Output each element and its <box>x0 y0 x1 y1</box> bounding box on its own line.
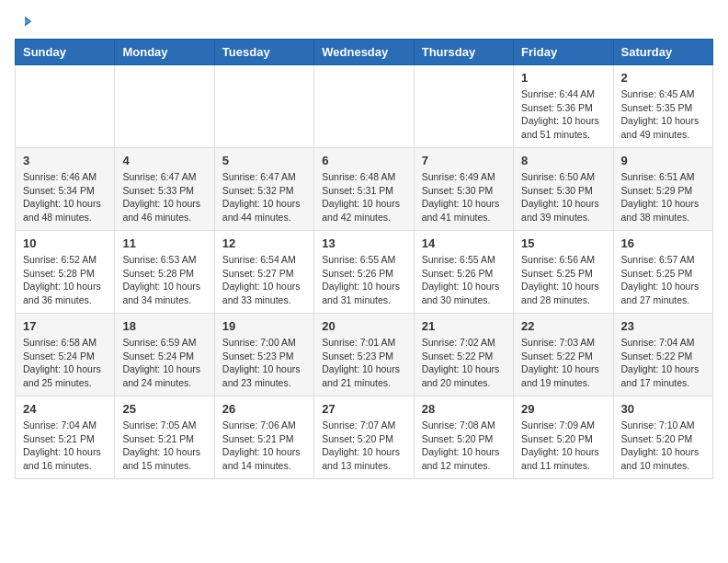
calendar-cell <box>214 65 313 148</box>
day-number: 5 <box>222 154 306 167</box>
calendar-week-2: 3Sunrise: 6:46 AMSunset: 5:34 PMDaylight… <box>16 148 713 231</box>
day-number: 4 <box>122 154 206 167</box>
day-number: 27 <box>322 402 405 416</box>
day-info: Sunrise: 7:02 AMSunset: 5:22 PMDaylight:… <box>422 336 506 390</box>
day-number: 6 <box>322 154 405 167</box>
header-sunday: Sunday <box>16 40 115 65</box>
calendar-cell: 15Sunrise: 6:56 AMSunset: 5:25 PMDayligh… <box>514 231 613 314</box>
calendar-cell: 3Sunrise: 6:46 AMSunset: 5:34 PMDaylight… <box>16 148 115 231</box>
day-number: 14 <box>422 236 506 250</box>
header-saturday: Saturday <box>613 40 712 65</box>
day-info: Sunrise: 6:53 AMSunset: 5:28 PMDaylight:… <box>122 253 206 307</box>
day-number: 24 <box>23 402 107 416</box>
calendar-cell: 16Sunrise: 6:57 AMSunset: 5:25 PMDayligh… <box>613 231 712 314</box>
day-info: Sunrise: 6:55 AMSunset: 5:26 PMDaylight:… <box>422 253 506 307</box>
day-info: Sunrise: 6:50 AMSunset: 5:30 PMDaylight:… <box>521 170 605 224</box>
day-info: Sunrise: 7:03 AMSunset: 5:22 PMDaylight:… <box>521 336 605 390</box>
calendar-cell: 28Sunrise: 7:08 AMSunset: 5:20 PMDayligh… <box>414 396 513 479</box>
day-number: 7 <box>422 154 506 167</box>
calendar-cell: 8Sunrise: 6:50 AMSunset: 5:30 PMDaylight… <box>514 148 613 231</box>
day-number: 18 <box>122 319 206 333</box>
day-info: Sunrise: 6:55 AMSunset: 5:26 PMDaylight:… <box>322 253 405 307</box>
calendar-cell: 25Sunrise: 7:05 AMSunset: 5:21 PMDayligh… <box>115 396 214 479</box>
calendar-header-row: SundayMondayTuesdayWednesdayThursdayFrid… <box>16 40 713 65</box>
calendar-cell: 4Sunrise: 6:47 AMSunset: 5:33 PMDaylight… <box>115 148 214 231</box>
logo <box>15 15 33 31</box>
day-info: Sunrise: 6:47 AMSunset: 5:32 PMDaylight:… <box>222 170 306 224</box>
calendar-cell: 1Sunrise: 6:44 AMSunset: 5:36 PMDaylight… <box>514 65 613 148</box>
calendar-cell: 27Sunrise: 7:07 AMSunset: 5:20 PMDayligh… <box>314 396 414 479</box>
header-tuesday: Tuesday <box>214 40 313 65</box>
day-info: Sunrise: 6:48 AMSunset: 5:31 PMDaylight:… <box>322 170 405 224</box>
day-info: Sunrise: 7:10 AMSunset: 5:20 PMDaylight:… <box>621 419 705 473</box>
day-number: 28 <box>422 402 506 416</box>
page-header <box>15 15 713 31</box>
day-info: Sunrise: 7:04 AMSunset: 5:22 PMDaylight:… <box>621 336 705 390</box>
day-number: 3 <box>23 154 107 167</box>
calendar-table: SundayMondayTuesdayWednesdayThursdayFrid… <box>15 39 713 479</box>
header-friday: Friday <box>514 40 613 65</box>
calendar-week-4: 17Sunrise: 6:58 AMSunset: 5:24 PMDayligh… <box>16 314 713 396</box>
day-info: Sunrise: 6:58 AMSunset: 5:24 PMDaylight:… <box>23 336 107 390</box>
day-info: Sunrise: 6:44 AMSunset: 5:36 PMDaylight:… <box>521 87 605 142</box>
calendar-cell: 2Sunrise: 6:45 AMSunset: 5:35 PMDaylight… <box>613 65 712 148</box>
day-info: Sunrise: 6:59 AMSunset: 5:24 PMDaylight:… <box>122 336 206 390</box>
calendar-cell: 7Sunrise: 6:49 AMSunset: 5:30 PMDaylight… <box>414 148 513 231</box>
calendar-cell: 12Sunrise: 6:54 AMSunset: 5:27 PMDayligh… <box>214 231 313 314</box>
day-number: 2 <box>621 71 705 85</box>
calendar-cell: 9Sunrise: 6:51 AMSunset: 5:29 PMDaylight… <box>613 148 712 231</box>
day-info: Sunrise: 7:09 AMSunset: 5:20 PMDaylight:… <box>521 419 605 473</box>
day-info: Sunrise: 7:01 AMSunset: 5:23 PMDaylight:… <box>322 336 405 390</box>
day-info: Sunrise: 7:00 AMSunset: 5:23 PMDaylight:… <box>222 336 306 390</box>
day-number: 26 <box>222 402 306 416</box>
day-info: Sunrise: 7:04 AMSunset: 5:21 PMDaylight:… <box>23 419 107 473</box>
header-wednesday: Wednesday <box>314 40 414 65</box>
calendar-cell: 19Sunrise: 7:00 AMSunset: 5:23 PMDayligh… <box>214 314 313 396</box>
day-info: Sunrise: 6:56 AMSunset: 5:25 PMDaylight:… <box>521 253 605 307</box>
calendar-cell: 29Sunrise: 7:09 AMSunset: 5:20 PMDayligh… <box>514 396 613 479</box>
calendar-week-5: 24Sunrise: 7:04 AMSunset: 5:21 PMDayligh… <box>16 396 713 479</box>
calendar-cell: 10Sunrise: 6:52 AMSunset: 5:28 PMDayligh… <box>16 231 115 314</box>
day-number: 21 <box>422 319 506 333</box>
day-info: Sunrise: 7:08 AMSunset: 5:20 PMDaylight:… <box>422 419 506 473</box>
calendar-cell: 22Sunrise: 7:03 AMSunset: 5:22 PMDayligh… <box>514 314 613 396</box>
day-number: 19 <box>222 319 306 333</box>
calendar-week-1: 1Sunrise: 6:44 AMSunset: 5:36 PMDaylight… <box>16 65 713 148</box>
day-number: 11 <box>122 236 206 250</box>
day-number: 30 <box>621 402 705 416</box>
day-number: 13 <box>322 236 405 250</box>
day-number: 23 <box>621 319 705 333</box>
calendar-cell <box>115 65 214 148</box>
day-info: Sunrise: 6:49 AMSunset: 5:30 PMDaylight:… <box>422 170 506 224</box>
calendar-cell: 21Sunrise: 7:02 AMSunset: 5:22 PMDayligh… <box>414 314 513 396</box>
logo-flag-icon <box>17 15 33 31</box>
calendar-cell: 20Sunrise: 7:01 AMSunset: 5:23 PMDayligh… <box>314 314 414 396</box>
day-number: 20 <box>322 319 405 333</box>
day-number: 10 <box>23 236 107 250</box>
day-number: 16 <box>621 236 705 250</box>
day-info: Sunrise: 7:05 AMSunset: 5:21 PMDaylight:… <box>122 419 206 473</box>
calendar-cell: 24Sunrise: 7:04 AMSunset: 5:21 PMDayligh… <box>16 396 115 479</box>
calendar-cell: 18Sunrise: 6:59 AMSunset: 5:24 PMDayligh… <box>115 314 214 396</box>
day-info: Sunrise: 6:46 AMSunset: 5:34 PMDaylight:… <box>23 170 107 224</box>
calendar-cell: 23Sunrise: 7:04 AMSunset: 5:22 PMDayligh… <box>613 314 712 396</box>
day-number: 25 <box>122 402 206 416</box>
calendar-cell: 17Sunrise: 6:58 AMSunset: 5:24 PMDayligh… <box>16 314 115 396</box>
day-number: 9 <box>621 154 705 167</box>
day-number: 1 <box>521 71 605 85</box>
day-info: Sunrise: 6:47 AMSunset: 5:33 PMDaylight:… <box>122 170 206 224</box>
calendar-week-3: 10Sunrise: 6:52 AMSunset: 5:28 PMDayligh… <box>16 231 713 314</box>
day-number: 15 <box>521 236 605 250</box>
calendar-cell: 13Sunrise: 6:55 AMSunset: 5:26 PMDayligh… <box>314 231 414 314</box>
day-info: Sunrise: 6:57 AMSunset: 5:25 PMDaylight:… <box>621 253 705 307</box>
day-number: 8 <box>521 154 605 167</box>
calendar-cell <box>314 65 414 148</box>
calendar-cell: 30Sunrise: 7:10 AMSunset: 5:20 PMDayligh… <box>613 396 712 479</box>
header-monday: Monday <box>115 40 214 65</box>
day-info: Sunrise: 6:54 AMSunset: 5:27 PMDaylight:… <box>222 253 306 307</box>
calendar-cell <box>414 65 513 148</box>
calendar-cell: 26Sunrise: 7:06 AMSunset: 5:21 PMDayligh… <box>214 396 313 479</box>
day-info: Sunrise: 7:07 AMSunset: 5:20 PMDaylight:… <box>322 419 405 473</box>
calendar-cell <box>16 65 115 148</box>
calendar-cell: 14Sunrise: 6:55 AMSunset: 5:26 PMDayligh… <box>414 231 513 314</box>
